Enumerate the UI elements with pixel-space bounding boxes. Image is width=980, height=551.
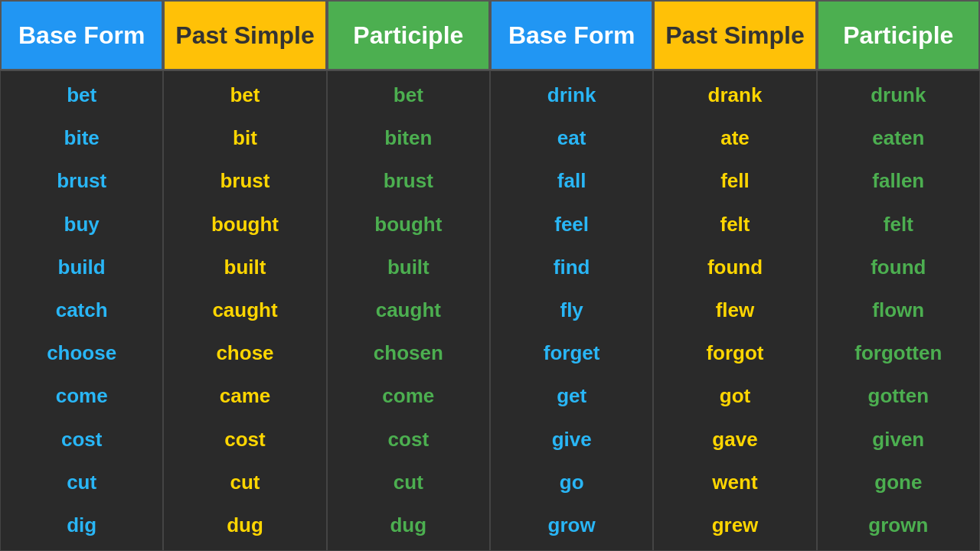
word-4-1: ate — [720, 127, 750, 150]
word-1-3: bought — [211, 214, 279, 236]
header-cell-4: Past Simple — [653, 0, 816, 70]
word-5-10: grown — [868, 514, 928, 537]
column-0: betbitebrustbuybuildcatchchoosecomecostc… — [0, 70, 163, 551]
word-2-0: bet — [394, 84, 423, 107]
word-2-4: built — [387, 256, 430, 279]
word-1-5: caught — [212, 299, 277, 322]
word-4-4: found — [707, 256, 763, 279]
word-5-5: flown — [872, 299, 924, 322]
word-2-8: cost — [388, 429, 429, 452]
word-3-4: find — [554, 256, 590, 279]
column-1: betbitbrustboughtbuiltcaughtchosecamecos… — [163, 70, 326, 551]
word-5-3: felt — [884, 214, 913, 236]
word-2-1: biten — [384, 127, 432, 150]
word-1-4: built — [224, 256, 266, 279]
body-row: betbitebrustbuybuildcatchchoosecomecostc… — [0, 70, 980, 551]
word-3-2: fall — [557, 170, 586, 193]
word-4-3: felt — [720, 214, 750, 236]
word-1-0: bet — [230, 84, 260, 107]
column-4: drankatefellfeltfoundflewforgotgotgavewe… — [653, 70, 816, 551]
word-0-5: catch — [56, 299, 108, 322]
word-2-10: dug — [390, 514, 426, 537]
word-3-0: drink — [547, 84, 596, 107]
word-3-3: feel — [554, 214, 589, 236]
word-5-4: found — [871, 256, 926, 279]
word-4-6: forgot — [706, 342, 763, 365]
word-2-9: cut — [394, 471, 423, 494]
word-3-7: get — [557, 385, 586, 408]
header-cell-1: Past Simple — [163, 0, 326, 70]
header-cell-2: Participle — [327, 0, 490, 70]
word-3-1: eat — [557, 127, 586, 150]
word-0-7: come — [56, 385, 108, 408]
word-4-2: fell — [720, 170, 750, 193]
word-2-5: caught — [376, 299, 441, 322]
column-2: betbitenbrustboughtbuiltcaughtchosencome… — [327, 70, 490, 551]
word-5-7: gotten — [868, 385, 929, 408]
word-5-8: given — [872, 429, 924, 452]
word-2-3: bought — [374, 214, 442, 236]
word-4-10: grew — [712, 514, 759, 537]
word-5-1: eaten — [872, 127, 924, 150]
word-1-1: bit — [233, 127, 257, 150]
word-0-1: bite — [64, 127, 100, 150]
column-3: drinkeatfallfeelfindflyforgetgetgivegogr… — [490, 70, 653, 551]
word-0-2: brust — [57, 170, 106, 193]
word-3-10: grow — [548, 514, 596, 537]
word-4-5: flew — [716, 299, 755, 322]
word-3-6: forget — [544, 342, 600, 365]
word-4-7: got — [720, 385, 750, 408]
word-5-0: drunk — [871, 84, 926, 107]
word-0-6: choose — [47, 342, 116, 365]
word-2-6: chosen — [374, 342, 443, 365]
word-2-2: brust — [384, 170, 433, 193]
word-1-8: cost — [224, 429, 265, 452]
word-1-7: came — [220, 385, 271, 408]
word-5-6: forgotten — [854, 342, 942, 365]
word-1-10: dug — [227, 514, 263, 537]
word-0-10: dig — [67, 514, 96, 537]
word-3-9: go — [560, 471, 584, 494]
word-4-0: drank — [708, 84, 763, 107]
header-cell-0: Base Form — [0, 0, 163, 70]
word-4-8: gave — [712, 429, 757, 452]
word-0-8: cost — [61, 429, 102, 452]
word-0-9: cut — [67, 471, 96, 494]
word-0-0: bet — [67, 84, 96, 107]
word-1-2: brust — [220, 170, 270, 193]
word-2-7: come — [382, 385, 434, 408]
word-5-2: fallen — [872, 170, 924, 193]
word-0-3: buy — [64, 214, 100, 236]
word-1-6: chose — [216, 342, 273, 365]
word-1-9: cut — [230, 471, 260, 494]
word-5-9: gone — [874, 471, 922, 494]
header-cell-5: Participle — [817, 0, 980, 70]
word-0-4: build — [58, 256, 106, 279]
word-4-9: went — [712, 471, 757, 494]
column-5: drunkeatenfallenfeltfoundflownforgotteng… — [817, 70, 980, 551]
word-3-8: give — [552, 429, 592, 452]
header-row: Base FormPast SimpleParticipleBase FormP… — [0, 0, 980, 70]
header-cell-3: Base Form — [490, 0, 653, 70]
word-3-5: fly — [560, 299, 583, 322]
main-table: Base FormPast SimpleParticipleBase FormP… — [0, 0, 980, 551]
